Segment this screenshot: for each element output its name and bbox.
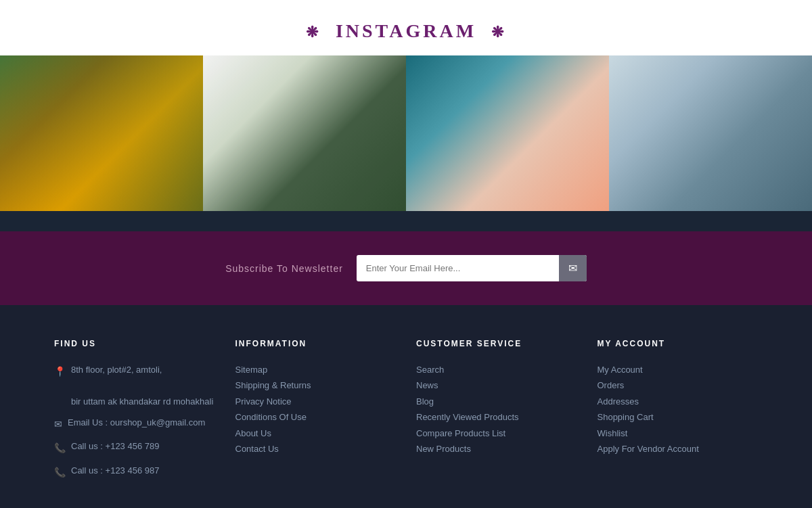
newsletter-email-input[interactable] (357, 256, 559, 280)
footer-find-us: FIND US 📍 8th floor, plot#2, amtoli, bir… (54, 339, 215, 486)
info-link-sitemap[interactable]: Sitemap (235, 362, 397, 377)
account-link-shopping-cart[interactable]: Shopping Cart (597, 409, 759, 425)
email-icon: ✉ (54, 416, 62, 433)
email-text: Email Us : ourshop_uk@gmail.com (68, 415, 205, 430)
footer-address: 📍 8th floor, plot#2, amtoli, bir uttam a… (54, 362, 215, 409)
account-link-addresses[interactable]: Addresses (597, 394, 759, 409)
footer-phone-1: 📞 Call us : +123 456 789 (54, 438, 215, 457)
footer-phone-2: 📞 Call us : +123 456 987 (54, 463, 215, 481)
information-heading: INFORMATION (235, 339, 397, 348)
instagram-image-2[interactable] (203, 55, 406, 211)
cs-link-news[interactable]: News (416, 377, 577, 393)
account-link-wishlist[interactable]: Wishlist (597, 425, 759, 441)
info-link-about[interactable]: About Us (235, 425, 397, 441)
flower-right-icon: ❋ (491, 24, 506, 41)
find-us-heading: FIND US (54, 339, 215, 348)
account-link-vendor[interactable]: Apply For Vendor Account (597, 441, 759, 457)
my-account-heading: MY ACCOUNT (597, 339, 759, 348)
account-link-my-account[interactable]: My Account (597, 362, 759, 377)
instagram-section: ❋ INSTAGRAM ❋ (0, 0, 812, 211)
cs-link-recently-viewed[interactable]: Recently Viewed Products (416, 409, 577, 425)
address-line2: bir uttam ak khandakar rd mohakhali (71, 394, 213, 409)
address-line1: 8th floor, plot#2, amtoli, (71, 362, 213, 377)
footer-email: ✉ Email Us : ourshop_uk@gmail.com (54, 415, 215, 433)
footer-information: INFORMATION Sitemap Shipping & Returns P… (235, 339, 397, 486)
newsletter-submit-button[interactable]: ✉ (559, 255, 587, 281)
instagram-title: ❋ INSTAGRAM ❋ (0, 20, 812, 42)
instagram-image-3[interactable] (406, 55, 609, 211)
newsletter-section: Subscribe To Newsletter ✉ (0, 231, 812, 305)
cs-link-new-products[interactable]: New Products (416, 441, 577, 457)
info-link-privacy[interactable]: Privacy Notice (235, 394, 397, 409)
newsletter-form: ✉ (357, 255, 587, 281)
newsletter-label: Subscribe To Newsletter (225, 263, 343, 274)
info-link-contact[interactable]: Contact Us (235, 441, 397, 457)
phone-text-2: Call us : +123 456 987 (71, 463, 159, 478)
phone-text-1: Call us : +123 456 789 (71, 438, 159, 454)
footer-customer-service: CUSTOMER SERVICE Search News Blog Recent… (416, 339, 577, 486)
cs-link-compare[interactable]: Compare Products List (416, 425, 577, 441)
instagram-title-text: INSTAGRAM (336, 20, 476, 41)
envelope-icon: ✉ (568, 262, 577, 274)
instagram-image-1[interactable] (0, 55, 203, 211)
phone-icon-1: 📞 (54, 440, 66, 457)
cs-link-blog[interactable]: Blog (416, 394, 577, 409)
info-link-conditions[interactable]: Conditions Of Use (235, 409, 397, 425)
cs-link-search[interactable]: Search (416, 362, 577, 377)
location-icon: 📍 (54, 363, 66, 380)
info-link-shipping[interactable]: Shipping & Returns (235, 377, 397, 393)
account-link-orders[interactable]: Orders (597, 377, 759, 393)
customer-service-heading: CUSTOMER SERVICE (416, 339, 577, 348)
flower-left-icon: ❋ (306, 24, 321, 41)
footer: FIND US 📍 8th floor, plot#2, amtoli, bir… (0, 305, 812, 508)
instagram-image-4[interactable] (609, 55, 812, 211)
phone-icon-2: 📞 (54, 464, 66, 481)
instagram-grid (0, 55, 812, 211)
footer-my-account: MY ACCOUNT My Account Orders Addresses S… (597, 339, 759, 486)
